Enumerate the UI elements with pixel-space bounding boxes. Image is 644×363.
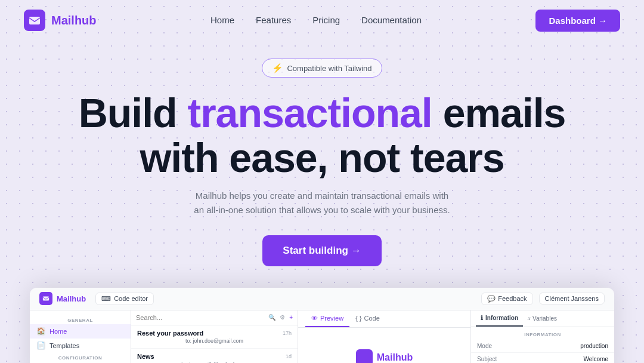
sidebar-config-label: CONFIGURATION xyxy=(30,353,131,362)
preview-logo-icon xyxy=(356,349,373,363)
info-panel: ℹ Information 𝑥 Variables INFORMATION Mo… xyxy=(471,310,614,363)
email-title-news: News xyxy=(137,353,154,360)
logo[interactable]: Mailhub xyxy=(24,10,97,31)
sidebar-item-home[interactable]: 🏠 Home xyxy=(30,324,131,339)
tailwind-badge[interactable]: ⚡ Compatible with Tailwind xyxy=(262,59,382,78)
svg-rect-0 xyxy=(29,17,40,24)
info-tabs: ℹ Information 𝑥 Variables xyxy=(471,310,614,327)
email-list: 🔍 ⚙ + Reset your password 17h to: john.d… xyxy=(131,310,298,363)
nav-home[interactable]: Home xyxy=(210,15,234,25)
hero-section: ⚡ Compatible with Tailwind Build transac… xyxy=(0,41,644,363)
feedback-icon: 💬 xyxy=(487,295,496,303)
hero-description: Mailhub helps you create and maintain tr… xyxy=(191,189,453,217)
email-item-reset[interactable]: Reset your password 17h to: john.doe@gma… xyxy=(131,325,298,349)
email-search-bar: 🔍 ⚙ + xyxy=(131,310,298,325)
hero-heading: Build transactional emails with ease, no… xyxy=(12,91,632,180)
email-title-reset: Reset your password xyxy=(137,330,203,337)
app-logo: Mailhub xyxy=(39,292,86,305)
nav-features[interactable]: Features xyxy=(256,15,291,25)
app-logo-icon xyxy=(39,292,52,305)
search-icon: 🔍 xyxy=(268,314,275,321)
info-value-mode: production xyxy=(580,343,608,349)
logo-icon xyxy=(24,10,45,31)
info-row-subject: Subject Welcome xyxy=(471,353,614,363)
feedback-button[interactable]: 💬 Feedback xyxy=(481,293,532,305)
navbar: Mailhub Home Features Pricing Documentat… xyxy=(0,0,644,41)
email-preview-area: 👁 Preview { } Code xyxy=(298,310,471,363)
email-time-reset: 17h xyxy=(283,330,292,336)
nav-documentation[interactable]: Documentation xyxy=(361,15,422,25)
start-building-button[interactable]: Start building → xyxy=(262,235,381,266)
info-label-subject: Subject xyxy=(477,356,497,362)
logo-text: Mailhub xyxy=(51,14,97,27)
templates-icon: 📄 xyxy=(37,342,45,350)
email-time-news: 1d xyxy=(286,353,292,359)
filter-icon[interactable]: ⚙ xyxy=(280,314,285,321)
sidebar-general-label: GENERAL xyxy=(30,315,131,324)
tab-preview[interactable]: 👁 Preview xyxy=(305,310,349,327)
variables-icon: 𝑥 xyxy=(528,315,530,322)
info-value-subject: Welcome xyxy=(584,356,609,362)
user-chip[interactable]: Clément Janssens xyxy=(539,293,605,304)
app-topbar-right: 💬 Feedback Clément Janssens xyxy=(481,293,605,305)
dashboard-button[interactable]: Dashboard → xyxy=(535,10,620,32)
app-window: Mailhub ⌨ Code editor 💬 Feedback xyxy=(30,288,614,363)
preview-icon: 👁 xyxy=(311,315,318,322)
badge-text: Compatible with Tailwind xyxy=(287,64,371,73)
code-editor-button[interactable]: ⌨ Code editor xyxy=(95,293,154,305)
tailwind-icon: ⚡ xyxy=(272,63,283,73)
info-label-mode: Mode xyxy=(477,343,492,349)
code-icon: ⌨ xyxy=(101,295,111,303)
code-icon: { } xyxy=(355,315,361,322)
info-row-mode: Mode production xyxy=(471,340,614,353)
tab-code[interactable]: { } Code xyxy=(349,310,386,327)
info-icon: ℹ xyxy=(481,315,483,321)
app-topbar: Mailhub ⌨ Code editor 💬 Feedback xyxy=(30,288,614,310)
email-to-reset: to: john.doe@gmail.com xyxy=(137,338,292,344)
app-logo-text: Mailhub xyxy=(57,294,86,303)
email-to-news: to: jane.smith@outlook.com xyxy=(137,361,292,363)
tab-information[interactable]: ℹ Information xyxy=(476,310,523,327)
home-icon: 🏠 xyxy=(37,327,45,336)
search-input[interactable] xyxy=(136,314,266,321)
nav-pricing[interactable]: Pricing xyxy=(312,15,340,25)
email-item-news[interactable]: News 1d to: jane.smith@outlook.com xyxy=(131,349,298,363)
app-sidebar: GENERAL 🏠 Home 📄 Templates CONFIGURATION xyxy=(30,310,131,363)
svg-rect-1 xyxy=(43,297,49,301)
preview-tabs: 👁 Preview { } Code xyxy=(298,310,470,328)
preview-logo-text: Mailhub xyxy=(377,352,413,363)
sidebar-item-templates[interactable]: 📄 Templates xyxy=(30,339,131,353)
app-preview: Mailhub ⌨ Code editor 💬 Feedback xyxy=(30,288,614,363)
tab-variables[interactable]: 𝑥 Variables xyxy=(523,310,562,327)
app-body: GENERAL 🏠 Home 📄 Templates CONFIGURATION xyxy=(30,310,614,363)
nav-links: Home Features Pricing Documentation xyxy=(210,15,422,26)
preview-content: Mailhub xyxy=(298,328,470,363)
preview-logo: Mailhub xyxy=(356,349,413,363)
info-section-label: INFORMATION xyxy=(471,327,614,340)
plus-icon[interactable]: + xyxy=(289,314,293,321)
